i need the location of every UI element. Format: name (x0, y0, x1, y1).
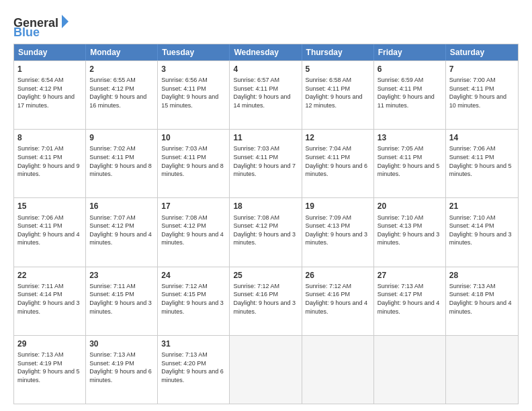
day-number: 1 (17, 64, 82, 75)
day-number: 6 (378, 64, 442, 75)
calendar-cell: 6 Sunrise: 6:59 AMSunset: 4:11 PMDayligh… (374, 61, 446, 129)
calendar-header-cell: Monday (86, 44, 158, 60)
calendar-cell (230, 336, 302, 404)
calendar-header-cell: Saturday (446, 44, 518, 60)
cell-info: Sunrise: 7:13 AMSunset: 4:19 PMDaylight:… (17, 351, 82, 384)
cell-info: Sunrise: 7:06 AMSunset: 4:11 PMDaylight:… (17, 214, 82, 247)
page: General Blue SundayMondayTuesdayWednesda… (0, 0, 532, 411)
calendar-header-cell: Sunday (14, 44, 86, 60)
calendar-cell: 5 Sunrise: 6:58 AMSunset: 4:11 PMDayligh… (302, 61, 374, 129)
day-number: 16 (89, 201, 154, 212)
day-number: 7 (449, 64, 515, 75)
cell-info: Sunrise: 7:13 AMSunset: 4:17 PMDaylight:… (378, 282, 442, 316)
cell-info: Sunrise: 6:54 AMSunset: 4:12 PMDaylight:… (17, 76, 82, 109)
calendar-cell: 16 Sunrise: 7:07 AMSunset: 4:12 PMDaylig… (86, 198, 158, 266)
calendar-cell: 18 Sunrise: 7:08 AMSunset: 4:12 PMDaylig… (230, 198, 302, 266)
cell-info: Sunrise: 7:13 AMSunset: 4:20 PMDaylight:… (161, 351, 226, 384)
day-number: 21 (449, 201, 515, 212)
day-number: 3 (161, 64, 226, 75)
day-number: 12 (306, 132, 370, 143)
calendar-header: SundayMondayTuesdayWednesdayThursdayFrid… (14, 44, 518, 60)
calendar-cell: 1 Sunrise: 6:54 AMSunset: 4:12 PMDayligh… (14, 61, 86, 129)
calendar-cell: 25 Sunrise: 7:12 AMSunset: 4:16 PMDaylig… (230, 267, 302, 335)
cell-info: Sunrise: 7:00 AMSunset: 4:11 PMDaylight:… (449, 76, 515, 109)
day-number: 28 (449, 270, 515, 281)
calendar-cell: 4 Sunrise: 6:57 AMSunset: 4:11 PMDayligh… (230, 61, 302, 129)
calendar-cell: 26 Sunrise: 7:12 AMSunset: 4:16 PMDaylig… (302, 267, 374, 335)
calendar-header-cell: Friday (374, 44, 446, 60)
calendar-cell: 24 Sunrise: 7:12 AMSunset: 4:15 PMDaylig… (158, 267, 230, 335)
day-number: 29 (17, 338, 82, 349)
calendar-cell: 7 Sunrise: 7:00 AMSunset: 4:11 PMDayligh… (446, 61, 518, 129)
calendar-cell: 29 Sunrise: 7:13 AMSunset: 4:19 PMDaylig… (14, 336, 86, 404)
svg-marker-2 (62, 15, 69, 28)
cell-info: Sunrise: 6:56 AMSunset: 4:11 PMDaylight:… (161, 76, 226, 109)
day-number: 30 (89, 338, 154, 349)
day-number: 26 (306, 270, 370, 281)
cell-info: Sunrise: 7:13 AMSunset: 4:18 PMDaylight:… (449, 282, 515, 316)
calendar-body: 1 Sunrise: 6:54 AMSunset: 4:12 PMDayligh… (14, 60, 518, 404)
day-number: 2 (89, 64, 154, 75)
cell-info: Sunrise: 7:12 AMSunset: 4:15 PMDaylight:… (161, 282, 226, 316)
day-number: 18 (233, 201, 298, 212)
calendar-cell: 28 Sunrise: 7:13 AMSunset: 4:18 PMDaylig… (446, 267, 518, 335)
day-number: 13 (378, 132, 442, 143)
cell-info: Sunrise: 7:07 AMSunset: 4:12 PMDaylight:… (89, 214, 154, 247)
calendar-row: 8 Sunrise: 7:01 AMSunset: 4:11 PMDayligh… (14, 129, 518, 197)
calendar-cell: 21 Sunrise: 7:10 AMSunset: 4:14 PMDaylig… (446, 198, 518, 266)
cell-info: Sunrise: 7:08 AMSunset: 4:12 PMDaylight:… (161, 214, 226, 247)
cell-info: Sunrise: 7:12 AMSunset: 4:16 PMDaylight:… (233, 282, 298, 316)
calendar-cell: 19 Sunrise: 7:09 AMSunset: 4:13 PMDaylig… (302, 198, 374, 266)
day-number: 19 (306, 201, 370, 212)
svg-text:Blue: Blue (13, 26, 40, 36)
logo: General Blue (13, 12, 74, 40)
calendar-cell: 17 Sunrise: 7:08 AMSunset: 4:12 PMDaylig… (158, 198, 230, 266)
calendar-cell: 2 Sunrise: 6:55 AMSunset: 4:12 PMDayligh… (86, 61, 158, 129)
calendar-cell: 14 Sunrise: 7:06 AMSunset: 4:11 PMDaylig… (446, 130, 518, 197)
day-number: 10 (161, 132, 226, 143)
calendar-cell: 20 Sunrise: 7:10 AMSunset: 4:13 PMDaylig… (374, 198, 446, 266)
calendar-cell: 11 Sunrise: 7:03 AMSunset: 4:11 PMDaylig… (230, 130, 302, 197)
day-number: 20 (378, 201, 442, 212)
calendar-cell: 8 Sunrise: 7:01 AMSunset: 4:11 PMDayligh… (14, 130, 86, 197)
calendar-cell: 9 Sunrise: 7:02 AMSunset: 4:11 PMDayligh… (86, 130, 158, 197)
calendar-row: 29 Sunrise: 7:13 AMSunset: 4:19 PMDaylig… (14, 335, 518, 404)
cell-info: Sunrise: 7:11 AMSunset: 4:14 PMDaylight:… (17, 282, 82, 316)
day-number: 11 (233, 132, 298, 143)
logo-text: General Blue (13, 12, 74, 40)
cell-info: Sunrise: 6:57 AMSunset: 4:11 PMDaylight:… (233, 76, 298, 109)
day-number: 15 (17, 201, 82, 212)
cell-info: Sunrise: 7:02 AMSunset: 4:11 PMDaylight:… (89, 144, 154, 178)
cell-info: Sunrise: 7:06 AMSunset: 4:11 PMDaylight:… (449, 144, 515, 178)
calendar-row: 15 Sunrise: 7:06 AMSunset: 4:11 PMDaylig… (14, 197, 518, 266)
calendar-row: 1 Sunrise: 6:54 AMSunset: 4:12 PMDayligh… (14, 60, 518, 129)
cell-info: Sunrise: 7:10 AMSunset: 4:14 PMDaylight:… (449, 214, 515, 247)
header: General Blue (13, 12, 519, 40)
calendar: SundayMondayTuesdayWednesdayThursdayFrid… (13, 44, 519, 404)
cell-info: Sunrise: 7:01 AMSunset: 4:11 PMDaylight:… (17, 144, 82, 178)
day-number: 4 (233, 64, 298, 75)
cell-info: Sunrise: 7:08 AMSunset: 4:12 PMDaylight:… (233, 214, 298, 247)
cell-info: Sunrise: 7:03 AMSunset: 4:11 PMDaylight:… (233, 144, 298, 178)
cell-info: Sunrise: 7:12 AMSunset: 4:16 PMDaylight:… (306, 282, 370, 316)
calendar-cell: 10 Sunrise: 7:03 AMSunset: 4:11 PMDaylig… (158, 130, 230, 197)
calendar-header-cell: Thursday (302, 44, 374, 60)
cell-info: Sunrise: 7:05 AMSunset: 4:11 PMDaylight:… (378, 144, 442, 178)
calendar-cell: 13 Sunrise: 7:05 AMSunset: 4:11 PMDaylig… (374, 130, 446, 197)
cell-info: Sunrise: 7:03 AMSunset: 4:11 PMDaylight:… (161, 144, 226, 178)
calendar-cell (302, 336, 374, 404)
calendar-cell: 31 Sunrise: 7:13 AMSunset: 4:20 PMDaylig… (158, 336, 230, 404)
calendar-cell: 12 Sunrise: 7:04 AMSunset: 4:11 PMDaylig… (302, 130, 374, 197)
calendar-header-cell: Tuesday (158, 44, 230, 60)
calendar-cell: 3 Sunrise: 6:56 AMSunset: 4:11 PMDayligh… (158, 61, 230, 129)
day-number: 23 (89, 270, 154, 281)
cell-info: Sunrise: 6:59 AMSunset: 4:11 PMDaylight:… (378, 76, 442, 109)
day-number: 31 (161, 338, 226, 349)
cell-info: Sunrise: 7:04 AMSunset: 4:11 PMDaylight:… (306, 144, 370, 178)
calendar-cell: 22 Sunrise: 7:11 AMSunset: 4:14 PMDaylig… (14, 267, 86, 335)
cell-info: Sunrise: 6:58 AMSunset: 4:11 PMDaylight:… (306, 76, 370, 109)
cell-info: Sunrise: 7:10 AMSunset: 4:13 PMDaylight:… (378, 214, 442, 247)
calendar-header-cell: Wednesday (230, 44, 302, 60)
calendar-cell (446, 336, 518, 404)
day-number: 17 (161, 201, 226, 212)
